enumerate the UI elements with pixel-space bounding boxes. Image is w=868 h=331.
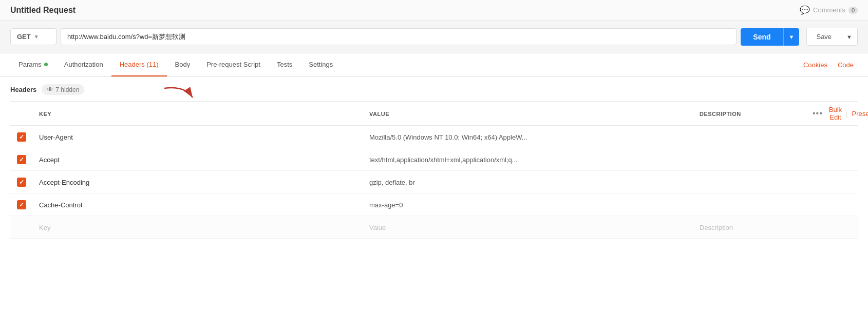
tab-pre-request-label: Pre-request Script [206, 61, 260, 68]
tab-authorization[interactable]: Authorization [56, 53, 111, 76]
desc-column-label: DESCRIPTION [700, 111, 741, 117]
method-label: GET [17, 33, 31, 41]
row-checkbox[interactable]: ✓ [17, 132, 26, 142]
tab-params[interactable]: Params [10, 53, 56, 76]
tabs-right-actions: Cookies Code [799, 54, 858, 76]
tab-authorization-label: Authorization [64, 61, 103, 68]
tab-body[interactable]: Body [167, 53, 199, 76]
comments-icon: 💬 [800, 5, 810, 15]
table-row: ✓ Cache-Control max-age=0 [10, 193, 858, 216]
method-chevron-icon: ▼ [34, 34, 39, 40]
row-value-col: Mozilla/5.0 (Windows NT 10.0; Win64; x64… [363, 133, 693, 141]
page-title: Untitled Request [10, 6, 76, 15]
row-checkbox[interactable]: ✓ [17, 155, 26, 164]
row-check-col: ✓ [10, 200, 33, 209]
table-row: ✓ User-Agent Mozilla/5.0 (Windows NT 10.… [10, 126, 858, 148]
send-dropdown-button[interactable]: ▼ [783, 28, 800, 46]
red-arrow-indicator [159, 83, 200, 105]
placeholder-desc[interactable]: Description [700, 224, 733, 231]
row-key-col: Cache-Control [33, 201, 363, 209]
method-dropdown[interactable]: GET ▼ [10, 28, 56, 45]
row-key: User-Agent [39, 133, 73, 141]
row-check-col: ✓ [10, 132, 33, 142]
params-dot-indicator [44, 63, 48, 66]
comments-label[interactable]: Comments [813, 6, 845, 14]
divider: | [846, 110, 847, 118]
key-column-label: KEY [39, 111, 51, 117]
url-input[interactable] [61, 28, 737, 45]
save-button[interactable]: Save [806, 28, 841, 46]
save-dropdown-button[interactable]: ▼ [841, 28, 858, 46]
row-value-col: gzip, deflate, br [363, 178, 693, 186]
header-value-col: VALUE [363, 109, 693, 118]
row-value: max-age=0 [369, 201, 403, 209]
row-check-col: ✓ [10, 178, 33, 187]
save-button-group: Save ▼ [806, 28, 858, 46]
headers-count: (11) [146, 61, 158, 68]
title-bar: Untitled Request 💬 Comments 0 [0, 0, 868, 21]
placeholder-key-col: Key [33, 223, 363, 231]
cookies-link[interactable]: Cookies [799, 54, 832, 76]
placeholder-key[interactable]: Key [39, 224, 50, 231]
url-bar: GET ▼ Send ▼ Save ▼ [0, 21, 868, 53]
table-header: KEY VALUE DESCRIPTION ••• Bulk Edit | Pr… [10, 101, 858, 126]
row-key-col: User-Agent [33, 133, 363, 141]
eye-icon: 👁 [47, 86, 53, 93]
headers-label: Headers [10, 86, 36, 93]
row-value-col: text/html,application/xhtml+xml,applicat… [363, 155, 693, 164]
header-key-col: KEY [33, 109, 363, 118]
tab-tests[interactable]: Tests [269, 53, 300, 76]
row-checkbox[interactable]: ✓ [17, 200, 26, 209]
table-row: ✓ Accept text/html,application/xhtml+xml… [10, 148, 858, 171]
comments-area: 💬 Comments 0 [800, 5, 858, 15]
presets-button[interactable]: Presets ▼ [852, 110, 869, 118]
tabs-bar: Params Authorization Headers (11) Body P… [0, 53, 868, 77]
send-button[interactable]: Send [741, 28, 783, 46]
hidden-badge[interactable]: 👁 7 hidden [42, 84, 84, 95]
row-check-col: ✓ [10, 155, 33, 164]
header-desc-col: DESCRIPTION [693, 109, 806, 118]
tab-params-label: Params [18, 61, 42, 68]
row-value: gzip, deflate, br [369, 179, 415, 186]
headers-table: KEY VALUE DESCRIPTION ••• Bulk Edit | Pr… [10, 101, 858, 239]
code-link[interactable]: Code [834, 54, 858, 76]
tab-pre-request[interactable]: Pre-request Script [198, 53, 269, 76]
headers-section: Headers 👁 7 hidden KEY [0, 77, 868, 239]
hidden-count: 7 hidden [55, 86, 79, 93]
placeholder-value-col: Value [363, 223, 693, 231]
tab-headers-label: Headers (11) [120, 61, 159, 68]
placeholder-desc-col: Description [693, 223, 806, 231]
send-button-group: Send ▼ [741, 28, 799, 46]
tab-settings-label: Settings [309, 61, 333, 68]
row-checkbox[interactable]: ✓ [17, 178, 26, 187]
tab-tests-label: Tests [277, 61, 292, 68]
table-row-placeholder: Key Value Description [10, 216, 858, 239]
placeholder-value[interactable]: Value [369, 224, 386, 231]
headers-label-row: Headers 👁 7 hidden [10, 84, 858, 95]
value-column-label: VALUE [369, 111, 389, 117]
row-key: Accept [39, 156, 60, 164]
row-value: Mozilla/5.0 (Windows NT 10.0; Win64; x64… [369, 133, 527, 141]
bulk-edit-button[interactable]: Bulk Edit [829, 106, 842, 121]
row-value-col: max-age=0 [363, 201, 693, 209]
row-key: Cache-Control [39, 201, 82, 209]
header-actions-col: ••• Bulk Edit | Presets ▼ [806, 106, 858, 121]
tab-settings[interactable]: Settings [300, 53, 341, 76]
tab-headers[interactable]: Headers (11) [111, 53, 167, 76]
row-key: Accept-Encoding [39, 179, 89, 186]
more-options-button[interactable]: ••• [810, 108, 825, 119]
table-row: ✓ Accept-Encoding gzip, deflate, br [10, 171, 858, 193]
comments-count: 0 [848, 7, 858, 14]
row-key-col: Accept-Encoding [33, 178, 363, 186]
row-value: text/html,application/xhtml+xml,applicat… [369, 156, 518, 164]
row-key-col: Accept [33, 155, 363, 164]
presets-label: Presets [852, 110, 869, 118]
tab-body-label: Body [175, 61, 191, 68]
